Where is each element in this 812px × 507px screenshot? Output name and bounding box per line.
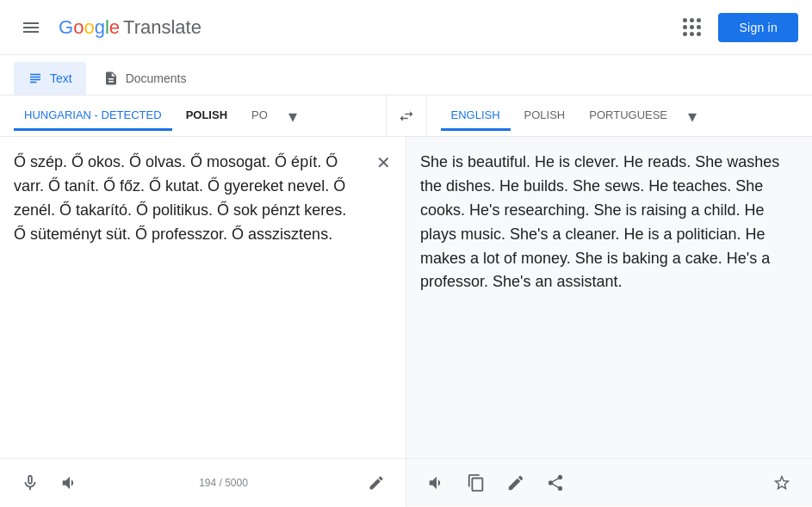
target-lang-polish[interactable]: POLISH: [514, 102, 576, 131]
header-left: Google Translate: [14, 10, 201, 45]
target-footer-left: [420, 467, 572, 499]
target-footer: [406, 458, 812, 506]
header: Google Translate Sign in: [0, 0, 812, 55]
target-panel: She is beautiful. He is clever. He reads…: [406, 137, 812, 506]
target-lang-more[interactable]: ▾: [681, 99, 704, 133]
share-icon[interactable]: [539, 467, 572, 499]
tab-documents-label: Documents: [126, 71, 187, 85]
star-icon[interactable]: [766, 467, 798, 499]
source-lang-polish[interactable]: POLISH: [176, 102, 238, 131]
mic-icon[interactable]: [14, 467, 46, 499]
source-text-area: ✕ Ő szép. Ő okos. Ő olvas. Ő mosogat. Ő …: [0, 137, 406, 458]
target-lang-english[interactable]: ENGLISH: [441, 102, 511, 131]
tab-documents[interactable]: Documents: [90, 62, 201, 95]
tab-text-label: Text: [50, 71, 72, 85]
source-lang-po[interactable]: PO: [241, 102, 278, 131]
target-lang-panel: ENGLISH POLISH PORTUGUESE ▾: [427, 99, 813, 133]
logo-translate: Translate: [123, 16, 201, 39]
sign-in-button[interactable]: Sign in: [718, 13, 798, 42]
char-count: 194 / 5000: [199, 477, 248, 489]
apps-icon[interactable]: [676, 11, 708, 43]
translation-area: ✕ Ő szép. Ő okos. Ő olvas. Ő mosogat. Ő …: [0, 137, 812, 506]
source-panel: ✕ Ő szép. Ő okos. Ő olvas. Ő mosogat. Ő …: [0, 137, 406, 506]
target-text-area: She is beautiful. He is clever. He reads…: [406, 137, 812, 458]
source-text[interactable]: Ő szép. Ő okos. Ő olvas. Ő mosogat. Ő ép…: [14, 151, 361, 247]
tab-text[interactable]: Text: [14, 62, 86, 95]
header-right: Sign in: [676, 11, 798, 43]
volume-icon[interactable]: [53, 467, 86, 499]
menu-icon[interactable]: [14, 10, 48, 45]
clear-button[interactable]: ✕: [371, 151, 395, 175]
target-text: She is beautiful. He is clever. He reads…: [420, 151, 798, 294]
source-lang-more[interactable]: ▾: [282, 99, 304, 133]
target-volume-icon[interactable]: [420, 467, 453, 499]
source-footer-left: [14, 467, 86, 499]
tab-bar: Text Documents: [0, 55, 812, 96]
target-lang-portuguese[interactable]: PORTUGUESE: [579, 102, 678, 131]
copy-icon[interactable]: [460, 467, 493, 499]
target-edit-icon[interactable]: [499, 467, 532, 499]
language-bar: HUNGARIAN - DETECTED POLISH PO ▾ ENGLISH…: [0, 96, 812, 137]
source-lang-hungarian[interactable]: HUNGARIAN - DETECTED: [14, 102, 172, 131]
logo[interactable]: Google Translate: [59, 16, 201, 39]
swap-languages-button[interactable]: [386, 96, 427, 137]
source-edit-icon[interactable]: [361, 467, 392, 498]
source-footer: 194 / 5000: [0, 458, 406, 506]
source-lang-panel: HUNGARIAN - DETECTED POLISH PO ▾: [0, 99, 386, 133]
